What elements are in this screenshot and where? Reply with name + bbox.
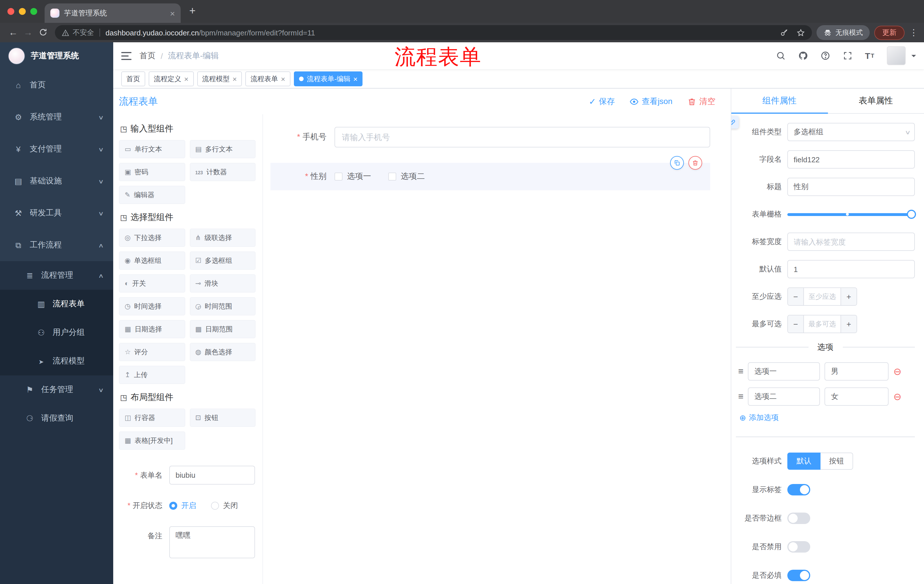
window-minimize-button[interactable]: [19, 8, 26, 15]
sidebar-item-process-management[interactable]: 流程管理: [0, 261, 113, 290]
reload-button[interactable]: [35, 28, 50, 38]
status-off-radio[interactable]: 关闭: [211, 500, 238, 511]
help-icon[interactable]: [820, 51, 830, 61]
default-value-input[interactable]: [787, 260, 915, 278]
sidebar-collapse-icon[interactable]: [121, 52, 132, 60]
palette-item-color-picker[interactable]: 颜色选择: [190, 343, 256, 361]
sidebar-item-devtools[interactable]: 研发工具: [0, 197, 113, 229]
palette-item-rate[interactable]: 评分: [119, 343, 185, 361]
forward-button[interactable]: [21, 28, 35, 38]
sidebar-item-process-model[interactable]: 流程模型: [0, 347, 113, 375]
browser-tab[interactable]: 芋道管理系统: [45, 3, 181, 23]
palette-item-table[interactable]: 表格[开发中]: [119, 431, 185, 450]
border-switch[interactable]: [787, 513, 810, 524]
close-icon[interactable]: [184, 75, 188, 82]
gender-option-2-checkbox[interactable]: 选项二: [388, 171, 425, 182]
form-remark-textarea[interactable]: 嘿嘿: [169, 526, 255, 558]
new-tab-button[interactable]: [189, 5, 196, 16]
sidebar-item-user-group[interactable]: 用户分组: [0, 318, 113, 347]
option-style-default-button[interactable]: 默认: [787, 452, 820, 470]
window-zoom-button[interactable]: [30, 8, 37, 15]
sidebar-item-task-management[interactable]: 任务管理: [0, 375, 113, 404]
palette-item-button[interactable]: 按钮: [190, 409, 256, 427]
sidebar-item-home[interactable]: 首页: [0, 69, 113, 101]
palette-item-radio-group[interactable]: 单选框组: [119, 252, 185, 270]
update-button[interactable]: 更新: [874, 25, 904, 40]
option-style-button-button[interactable]: 按钮: [820, 452, 853, 470]
gender-option-1-checkbox[interactable]: 选项一: [335, 171, 371, 182]
breadcrumb-home[interactable]: 首页: [140, 51, 155, 61]
min-checked-input[interactable]: [804, 288, 840, 305]
drag-handle-icon[interactable]: [738, 392, 744, 402]
slider-handle[interactable]: [907, 210, 916, 219]
security-label[interactable]: 不安全: [73, 28, 94, 38]
sidebar-item-payment[interactable]: 支付管理: [0, 133, 113, 165]
title-input[interactable]: [787, 178, 915, 196]
tab-close-icon[interactable]: [170, 9, 175, 17]
view-json-button[interactable]: 查看json: [630, 96, 672, 107]
required-switch[interactable]: [787, 570, 810, 581]
app-logo[interactable]: 芋道管理系统: [0, 42, 113, 69]
sidebar-item-infrastructure[interactable]: 基础设施: [0, 165, 113, 197]
max-checked-input[interactable]: [804, 316, 840, 332]
fullscreen-icon[interactable]: [843, 51, 852, 61]
clear-button[interactable]: 清空: [687, 96, 715, 107]
palette-item-date-range[interactable]: 日期范围: [190, 320, 256, 338]
palette-item-switch[interactable]: 开关: [119, 274, 185, 293]
palette-item-multi-line-text[interactable]: 多行文本: [190, 140, 256, 158]
sidebar-item-leave-query[interactable]: 请假查询: [0, 404, 113, 433]
close-icon[interactable]: [353, 75, 358, 82]
option-value-input[interactable]: [825, 387, 889, 406]
tag-process-form-edit[interactable]: 流程表单-编辑: [294, 71, 363, 86]
remove-option-icon[interactable]: [893, 392, 902, 401]
font-size-icon[interactable]: [865, 51, 874, 61]
browser-menu-icon[interactable]: [909, 28, 918, 38]
avatar-caret-down-icon[interactable]: [911, 54, 916, 59]
password-key-icon[interactable]: [780, 28, 789, 37]
add-option-button[interactable]: 添加选项: [739, 413, 924, 423]
delete-widget-button[interactable]: [688, 156, 702, 170]
tab-form-props[interactable]: 表单属性: [828, 89, 924, 113]
phone-input[interactable]: [335, 127, 710, 147]
option-value-input[interactable]: [825, 362, 889, 380]
tab-component-props[interactable]: 组件属性: [731, 89, 828, 113]
tag-process-model[interactable]: 流程模型: [197, 71, 242, 86]
field-name-input[interactable]: [787, 150, 915, 169]
selected-gender-widget[interactable]: 性别 选项一 选项二: [271, 163, 710, 190]
palette-item-single-line-text[interactable]: 单行文本: [119, 140, 185, 158]
palette-item-time-range[interactable]: 时间范围: [190, 297, 256, 316]
github-icon[interactable]: [798, 51, 808, 61]
close-icon[interactable]: [281, 75, 285, 82]
user-avatar[interactable]: [887, 46, 906, 65]
tag-home[interactable]: 首页: [121, 71, 145, 86]
search-icon[interactable]: [776, 51, 785, 61]
window-close-button[interactable]: [7, 8, 14, 15]
address-bar[interactable]: 不安全 dashboard.yudao.iocoder.cn/bpm/manag…: [55, 25, 812, 40]
label-width-input[interactable]: [787, 233, 915, 251]
status-on-radio[interactable]: 开启: [169, 500, 196, 511]
copy-widget-button[interactable]: [670, 156, 684, 170]
form-grid-slider[interactable]: [787, 205, 915, 224]
close-icon[interactable]: [233, 75, 237, 82]
remove-option-icon[interactable]: [893, 367, 902, 376]
save-button[interactable]: 保存: [589, 96, 615, 107]
form-name-input[interactable]: [169, 466, 255, 485]
palette-item-date-picker[interactable]: 日期选择: [119, 320, 185, 338]
increase-button[interactable]: [840, 316, 856, 332]
palette-item-slider[interactable]: 滑块: [190, 274, 256, 293]
increase-button[interactable]: [840, 288, 856, 305]
palette-item-counter[interactable]: 计数器: [190, 163, 256, 181]
palette-item-upload[interactable]: 上传: [119, 366, 185, 384]
disabled-switch[interactable]: [787, 541, 810, 553]
link-icon[interactable]: [731, 116, 739, 128]
back-button[interactable]: [6, 28, 21, 38]
option-label-input[interactable]: [748, 362, 820, 380]
drag-handle-icon[interactable]: [738, 366, 744, 377]
bookmark-star-icon[interactable]: [797, 28, 805, 37]
palette-item-editor[interactable]: 编辑器: [119, 186, 185, 204]
sidebar-item-workflow[interactable]: 工作流程: [0, 229, 113, 261]
palette-item-checkbox-group[interactable]: 多选框组: [190, 252, 256, 270]
tag-process-form[interactable]: 流程表单: [245, 71, 290, 86]
palette-item-cascader[interactable]: 级联选择: [190, 229, 256, 247]
decrease-button[interactable]: [788, 316, 804, 332]
